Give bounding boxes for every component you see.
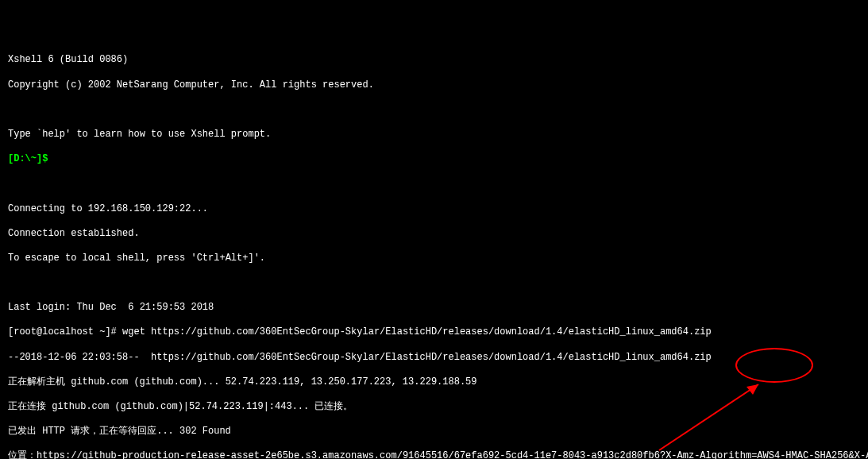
prompt-text: [D:\~]$ (8, 153, 48, 164)
svg-line-0 (659, 384, 758, 450)
escape-hint: To escape to local shell, press 'Ctrl+Al… (8, 253, 860, 265)
location-line-1: 位置：https://github-production-release-ass… (8, 450, 860, 459)
local-prompt[interactable]: [D:\~]$ (8, 153, 860, 166)
wget-timestamp-1: --2018-12-06 22:03:58-- https://github.c… (8, 352, 860, 364)
blank-line (8, 277, 860, 290)
connecting-host-1: 正在连接 github.com (github.com)|52.74.223.1… (8, 401, 860, 414)
http-request-1: 已发出 HTTP 请求，正在等待回应... 302 Found (8, 426, 860, 438)
last-login: Last login: Thu Dec 6 21:59:53 2018 (8, 302, 860, 314)
blank-line (8, 104, 860, 117)
blank-line (8, 178, 860, 191)
resolving-host-1: 正在解析主机 github.com (github.com)... 52.74.… (8, 376, 860, 389)
connection-established: Connection established. (8, 228, 860, 241)
copyright-text: Copyright (c) 2002 NetSarang Computer, I… (8, 79, 860, 92)
shell-command-line[interactable]: [root@localhost ~]# wget https://github.… (8, 326, 860, 339)
connecting-text: Connecting to 192.168.150.129:22... (8, 203, 860, 216)
help-hint: Type `help' to learn how to use Xshell p… (8, 129, 860, 141)
app-title: Xshell 6 (Build 0086) (8, 54, 860, 67)
